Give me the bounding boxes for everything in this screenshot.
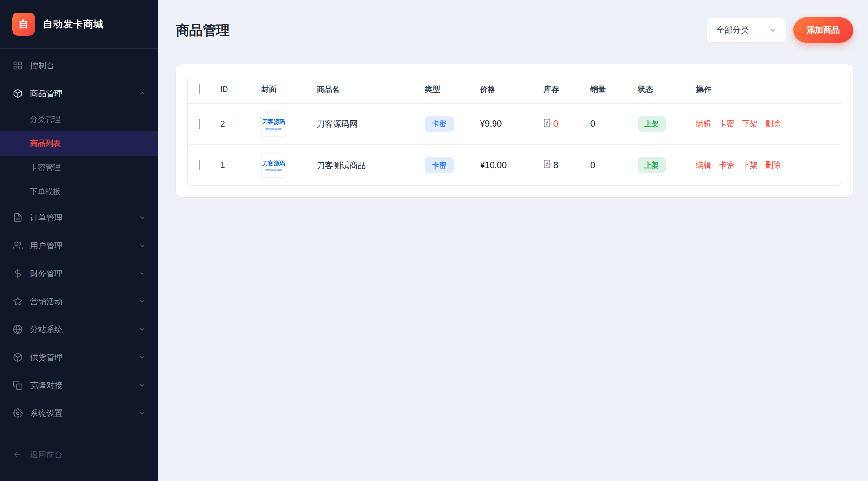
col-header-actions: 操作 <box>696 85 841 95</box>
row-checkbox[interactable] <box>199 160 200 170</box>
sidebar-item-label: 分站系统 <box>30 324 132 335</box>
products-table: ID 封面 商品名 类型 价格 库存 销量 状态 操作 2 刀客源 <box>187 76 841 186</box>
chevron-down-icon <box>139 354 146 361</box>
product-cover-image: 刀客源码 www.dkewl.com <box>261 153 286 178</box>
app-logo: 自 <box>12 13 35 36</box>
box-icon <box>13 352 23 363</box>
star-icon <box>13 297 23 307</box>
arrow-left-icon <box>13 450 23 460</box>
sidebar-item-orders[interactable]: 订单管理 <box>0 204 158 232</box>
category-filter-dropdown[interactable]: 全部分类 <box>706 18 786 43</box>
add-product-button[interactable]: 添加商品 <box>793 17 853 43</box>
product-stock: 0 <box>544 119 590 130</box>
product-id: 2 <box>220 119 261 129</box>
cover-logo-text: 刀客源码 <box>262 118 285 126</box>
sidebar-nav: 控制台 商品管理 分类管理 商品列表 卡密管理 下单模板 订单管理 <box>0 49 158 481</box>
back-to-frontend-label: 返回前台 <box>30 449 63 460</box>
page-title: 商品管理 <box>176 21 230 39</box>
app-title: 自动发卡商城 <box>43 18 104 31</box>
chevron-down-icon <box>139 410 146 416</box>
sidebar-item-label: 克隆对接 <box>30 380 132 391</box>
sidebar-item-users[interactable]: 用户管理 <box>0 232 158 260</box>
gear-icon <box>13 408 23 418</box>
card-keys-link[interactable]: 卡密 <box>719 160 734 170</box>
sidebar-item-label: 系统设置 <box>30 408 132 419</box>
main-content: 商品管理 全部分类 添加商品 ID 封面 商品名 类型 <box>158 0 868 481</box>
dashboard-icon <box>13 61 23 71</box>
sidebar-subitem-card-keys[interactable]: 卡密管理 <box>0 156 158 180</box>
table-row: 1 刀客源码 www.dkewl.com 刀客测试商品 卡密 ¥10.00 <box>188 144 841 185</box>
product-name: 刀客测试商品 <box>317 160 425 171</box>
chevron-down-icon <box>139 270 146 277</box>
product-sales: 0 <box>590 119 638 129</box>
product-price: ¥9.90 <box>480 119 544 129</box>
edit-link[interactable]: 编辑 <box>696 119 711 129</box>
product-cover-image: 刀客源码 www.dkewl.com <box>261 112 286 137</box>
row-actions: 编辑 卡密 下架 删除 <box>696 160 841 170</box>
sidebar-item-subsites[interactable]: 分站系统 <box>0 315 158 343</box>
row-actions: 编辑 卡密 下架 删除 <box>696 119 841 129</box>
status-badge: 上架 <box>638 157 666 173</box>
chevron-down-icon <box>139 298 146 305</box>
sidebar-item-label: 订单管理 <box>30 212 132 223</box>
chevron-up-icon <box>139 90 146 97</box>
row-checkbox[interactable] <box>199 119 200 129</box>
product-name: 刀客源码网 <box>317 118 425 130</box>
products-card: ID 封面 商品名 类型 价格 库存 销量 状态 操作 2 刀客源 <box>176 64 853 197</box>
product-type-badge: 卡密 <box>425 116 454 132</box>
page-header: 商品管理 全部分类 添加商品 <box>176 16 853 44</box>
unlist-link[interactable]: 下架 <box>742 160 758 170</box>
users-icon <box>13 241 23 251</box>
chevron-down-icon <box>139 214 146 221</box>
chevron-down-icon <box>139 326 146 333</box>
delete-link[interactable]: 删除 <box>765 119 781 129</box>
product-id: 1 <box>220 160 261 170</box>
card-keys-link[interactable]: 卡密 <box>719 119 734 129</box>
sidebar-item-label: 财务管理 <box>30 268 132 279</box>
stock-value: 8 <box>553 160 558 170</box>
product-price: ¥10.00 <box>480 160 544 170</box>
delete-link[interactable]: 删除 <box>765 160 781 170</box>
chevron-down-icon <box>139 382 146 389</box>
document-icon <box>13 213 23 223</box>
sidebar-item-marketing[interactable]: 营销活动 <box>0 287 158 315</box>
sidebar-header: 自 自动发卡商城 <box>0 0 158 49</box>
back-to-frontend-link[interactable]: 返回前台 <box>0 444 158 465</box>
sidebar-subitem-product-list[interactable]: 商品列表 <box>0 131 158 156</box>
select-all-checkbox[interactable] <box>199 84 200 94</box>
stock-card-icon <box>544 119 550 130</box>
sidebar-item-supply[interactable]: 供货管理 <box>0 343 158 371</box>
sidebar-item-clone[interactable]: 克隆对接 <box>0 371 158 399</box>
copy-icon <box>13 380 23 390</box>
sidebar-subitem-order-template[interactable]: 下单模板 <box>0 180 158 204</box>
status-badge: 上架 <box>638 116 666 132</box>
unlist-link[interactable]: 下架 <box>742 119 758 129</box>
cover-logo-text: 刀客源码 <box>262 159 285 168</box>
sidebar-item-label: 营销活动 <box>30 296 132 307</box>
cover-logo-subtext: www.dkewl.com <box>265 127 282 130</box>
globe-icon <box>13 325 23 335</box>
sidebar-item-label: 控制台 <box>30 60 146 71</box>
table-row: 2 刀客源码 www.dkewl.com 刀客源码网 卡密 ¥9.90 <box>188 104 841 144</box>
sidebar-item-products[interactable]: 商品管理 <box>0 79 158 107</box>
sidebar-item-label: 商品管理 <box>30 88 132 99</box>
edit-link[interactable]: 编辑 <box>696 160 711 170</box>
dollar-icon <box>13 269 23 279</box>
stock-card-icon <box>544 160 550 170</box>
table-header-row: ID 封面 商品名 类型 价格 库存 销量 状态 操作 <box>188 76 841 104</box>
header-controls: 全部分类 添加商品 <box>706 17 853 43</box>
col-header-sales: 销量 <box>590 85 638 95</box>
product-sales: 0 <box>590 160 638 170</box>
sidebar-subitem-categories[interactable]: 分类管理 <box>0 107 158 131</box>
chevron-down-icon <box>769 26 777 34</box>
sidebar-item-settings[interactable]: 系统设置 <box>0 399 158 427</box>
category-filter-value: 全部分类 <box>716 25 749 36</box>
sidebar-item-dashboard[interactable]: 控制台 <box>0 52 158 79</box>
sidebar-item-label: 用户管理 <box>30 240 132 251</box>
col-header-id: ID <box>220 85 261 94</box>
sidebar-item-label: 供货管理 <box>30 352 132 363</box>
stock-value: 0 <box>553 119 558 129</box>
product-stock: 8 <box>544 160 590 170</box>
sidebar-item-finance[interactable]: 财务管理 <box>0 260 158 287</box>
cover-logo-subtext: www.dkewl.com <box>265 169 282 171</box>
